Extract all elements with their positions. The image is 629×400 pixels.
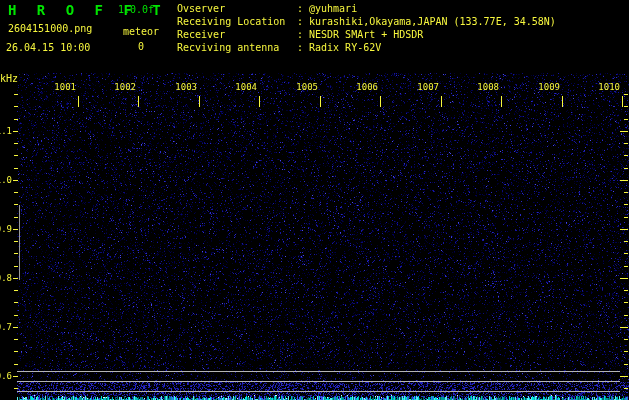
freq-major-tick-right xyxy=(620,376,628,377)
reference-line xyxy=(17,371,620,372)
station-row: Ovserver:@yuhmari xyxy=(177,2,556,15)
freq-minor-tick-left xyxy=(14,106,18,107)
time-tick-label: 1010 xyxy=(590,81,620,93)
station-row-key: Ovserver xyxy=(177,2,297,15)
station-row-value: Radix RY-62V xyxy=(309,42,381,53)
station-row-key: Receiving Location xyxy=(177,15,297,28)
freq-minor-tick-right xyxy=(624,119,628,120)
time-tick-label: 1003 xyxy=(167,81,197,93)
time-minute-tick xyxy=(199,96,200,107)
freq-minor-tick-left xyxy=(14,119,18,120)
station-row-sep: : xyxy=(297,28,309,41)
freq-minor-tick-right xyxy=(624,339,628,340)
meteor-mode-label: meteor xyxy=(118,26,164,37)
time-tick-label: 1001 xyxy=(46,81,76,93)
freq-minor-tick-right xyxy=(624,241,628,242)
freq-major-tick-left xyxy=(13,229,18,230)
freq-minor-tick-right xyxy=(624,168,628,169)
freq-minor-tick-right xyxy=(624,351,628,352)
freq-minor-tick-left xyxy=(14,351,18,352)
freq-major-tick-left xyxy=(13,327,18,328)
freq-minor-tick-left xyxy=(14,143,18,144)
capture-filename: 2604151000.png xyxy=(8,23,92,34)
freq-major-tick-left xyxy=(13,131,18,132)
time-minute-tick xyxy=(562,96,563,107)
hrofft-window: H R O F F T 1.0.0f 2604151000.png meteor… xyxy=(0,0,629,400)
freq-axis-unit-label: kHz xyxy=(0,73,18,85)
time-tick-label: 1005 xyxy=(288,81,318,93)
freq-tick-label: 1.0 xyxy=(0,174,12,186)
time-tick-label: 1004 xyxy=(227,81,257,93)
freq-minor-tick-left xyxy=(14,302,18,303)
freq-minor-tick-right xyxy=(624,315,628,316)
freq-minor-tick-left xyxy=(14,315,18,316)
freq-minor-tick-right xyxy=(624,217,628,218)
freq-minor-tick-left xyxy=(14,266,18,267)
freq-minor-tick-left xyxy=(14,94,18,95)
freq-major-tick-right xyxy=(620,131,628,132)
freq-major-tick-right xyxy=(620,327,628,328)
station-row-key: Recviving antenna xyxy=(177,41,297,54)
time-minute-tick xyxy=(622,96,623,107)
meteor-count: 0 xyxy=(118,41,164,52)
time-minute-tick xyxy=(138,96,139,107)
freq-minor-tick-left xyxy=(14,339,18,340)
freq-minor-tick-left xyxy=(14,253,18,254)
freq-minor-tick-right xyxy=(624,94,628,95)
freq-minor-tick-right xyxy=(624,155,628,156)
time-minute-tick xyxy=(380,96,381,107)
freq-minor-tick-right xyxy=(624,364,628,365)
freq-tick-label: 1.1 xyxy=(0,125,12,137)
station-row: Receiver:NESDR SMArt + HDSDR xyxy=(177,28,556,41)
reference-line xyxy=(17,381,620,382)
freq-minor-tick-right xyxy=(624,253,628,254)
station-row: Receiving Location:kurashiki,Okayama,JAP… xyxy=(177,15,556,28)
station-row-value: @yuhmari xyxy=(309,3,357,14)
time-minute-tick xyxy=(78,96,79,107)
freq-minor-tick-left xyxy=(14,364,18,365)
freq-tick-label: 0.6 xyxy=(0,370,12,382)
time-tick-label: 1007 xyxy=(409,81,439,93)
freq-minor-tick-left xyxy=(14,168,18,169)
time-minute-tick xyxy=(501,96,502,107)
station-row: Recviving antenna:Radix RY-62V xyxy=(177,41,556,54)
time-tick-label: 1009 xyxy=(530,81,560,93)
freq-tick-label: 0.7 xyxy=(0,321,12,333)
station-row-sep: : xyxy=(297,41,309,54)
freq-major-tick-left xyxy=(13,180,18,181)
time-tick-label: 1006 xyxy=(348,81,378,93)
reference-line xyxy=(17,391,620,392)
time-tick-label: 1002 xyxy=(106,81,136,93)
freq-minor-tick-left xyxy=(14,241,18,242)
freq-major-tick-right xyxy=(620,180,628,181)
freq-minor-tick-right xyxy=(624,302,628,303)
freq-minor-tick-right xyxy=(624,106,628,107)
freq-tick-label: 0.9 xyxy=(0,223,12,235)
app-version: 1.0.0f xyxy=(118,4,154,15)
freq-minor-tick-right xyxy=(624,290,628,291)
spectrogram-axes-overlay: kHz1.11.00.90.80.70.61001100210031004100… xyxy=(0,0,629,400)
freq-minor-tick-right xyxy=(624,143,628,144)
time-minute-tick xyxy=(441,96,442,107)
freq-major-tick-right xyxy=(620,229,628,230)
freq-tick-label: 0.8 xyxy=(0,272,12,284)
time-tick-label: 1008 xyxy=(469,81,499,93)
freq-minor-tick-left xyxy=(14,155,18,156)
freq-major-tick-right xyxy=(620,278,628,279)
time-minute-tick xyxy=(320,96,321,107)
time-minute-tick xyxy=(259,96,260,107)
station-row-value: NESDR SMArt + HDSDR xyxy=(309,29,423,40)
station-row-sep: : xyxy=(297,2,309,15)
station-info: Ovserver:@yuhmari Receiving Location:kur… xyxy=(177,2,556,54)
freq-minor-tick-right xyxy=(624,192,628,193)
station-row-value: kurashiki,Okayama,JAPAN (133.77E, 34.58N… xyxy=(309,16,556,27)
freq-minor-tick-left xyxy=(14,192,18,193)
freq-major-tick-left xyxy=(13,376,18,377)
station-row-sep: : xyxy=(297,15,309,28)
freq-minor-tick-left xyxy=(14,204,18,205)
freq-minor-tick-left xyxy=(14,388,18,389)
left-edge-marker-line xyxy=(19,205,20,280)
freq-major-tick-left xyxy=(13,278,18,279)
freq-minor-tick-right xyxy=(624,388,628,389)
capture-datetime: 26.04.15 10:00 xyxy=(6,42,90,53)
